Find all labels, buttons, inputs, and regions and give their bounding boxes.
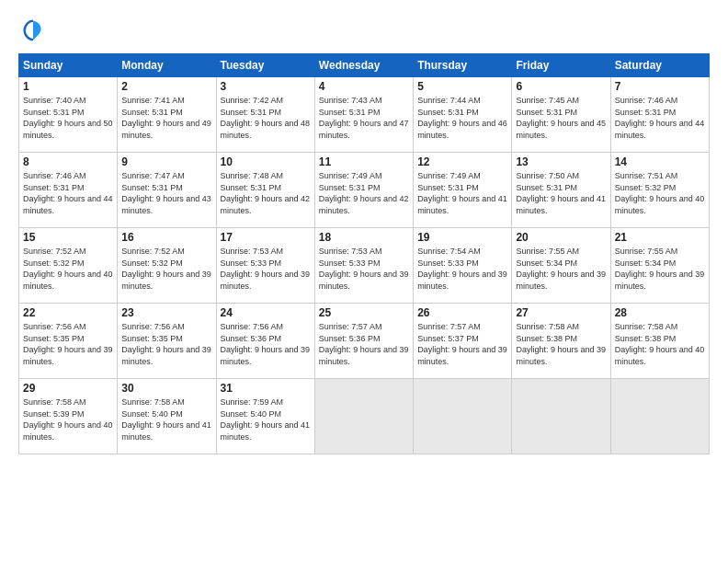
calendar-cell: 5Sunrise: 7:44 AMSunset: 5:31 PMDaylight… bbox=[414, 77, 512, 153]
sunrise-label: Sunrise: 7:53 AM bbox=[221, 247, 284, 256]
day-info: Sunrise: 7:45 AMSunset: 5:31 PMDaylight:… bbox=[516, 95, 606, 141]
calendar-cell: 28Sunrise: 7:58 AMSunset: 5:38 PMDayligh… bbox=[610, 304, 709, 379]
page-container: Sunday Monday Tuesday Wednesday Thursday… bbox=[0, 0, 728, 464]
sunrise-label: Sunrise: 7:44 AM bbox=[417, 96, 481, 105]
day-number: 21 bbox=[615, 231, 705, 244]
sunset-label: Sunset: 5:33 PM bbox=[417, 259, 479, 268]
calendar-cell: 9Sunrise: 7:47 AMSunset: 5:31 PMDaylight… bbox=[118, 153, 216, 228]
calendar-week-5: 29Sunrise: 7:58 AMSunset: 5:39 PMDayligh… bbox=[19, 379, 710, 454]
sunset-label: Sunset: 5:40 PM bbox=[221, 409, 282, 419]
calendar-cell: 8Sunrise: 7:46 AMSunset: 5:31 PMDaylight… bbox=[19, 153, 118, 228]
calendar-cell: 13Sunrise: 7:50 AMSunset: 5:31 PMDayligh… bbox=[512, 153, 610, 228]
sunset-label: Sunset: 5:31 PM bbox=[121, 183, 183, 192]
sunrise-label: Sunrise: 7:49 AM bbox=[417, 171, 481, 180]
calendar-cell: 17Sunrise: 7:53 AMSunset: 5:33 PMDayligh… bbox=[216, 228, 314, 304]
day-info: Sunrise: 7:48 AMSunset: 5:31 PMDaylight:… bbox=[221, 170, 311, 216]
day-number: 23 bbox=[121, 306, 211, 319]
col-saturday: Saturday bbox=[610, 54, 709, 77]
calendar-cell: 19Sunrise: 7:54 AMSunset: 5:33 PMDayligh… bbox=[414, 228, 512, 304]
sunset-label: Sunset: 5:32 PM bbox=[615, 183, 677, 192]
daylight-label: Daylight: 9 hours and 47 minutes. bbox=[319, 119, 409, 140]
day-info: Sunrise: 7:59 AMSunset: 5:40 PMDaylight:… bbox=[221, 396, 311, 442]
day-number: 18 bbox=[319, 231, 409, 244]
day-number: 6 bbox=[516, 80, 606, 93]
calendar-cell: 11Sunrise: 7:49 AMSunset: 5:31 PMDayligh… bbox=[314, 153, 413, 228]
day-number: 2 bbox=[121, 80, 211, 93]
sunset-label: Sunset: 5:38 PM bbox=[615, 334, 677, 343]
header-row: Sunday Monday Tuesday Wednesday Thursday… bbox=[19, 54, 710, 77]
day-number: 15 bbox=[23, 231, 113, 244]
daylight-label: Daylight: 9 hours and 42 minutes. bbox=[319, 194, 409, 215]
sunset-label: Sunset: 5:34 PM bbox=[615, 259, 677, 268]
day-info: Sunrise: 7:58 AMSunset: 5:40 PMDaylight:… bbox=[121, 396, 211, 442]
day-info: Sunrise: 7:52 AMSunset: 5:32 PMDaylight:… bbox=[23, 246, 113, 292]
sunset-label: Sunset: 5:35 PM bbox=[121, 334, 183, 343]
day-info: Sunrise: 7:46 AMSunset: 5:31 PMDaylight:… bbox=[615, 95, 705, 141]
sunrise-label: Sunrise: 7:55 AM bbox=[615, 247, 678, 256]
sunset-label: Sunset: 5:35 PM bbox=[23, 334, 85, 343]
sunrise-label: Sunrise: 7:40 AM bbox=[23, 96, 86, 105]
daylight-label: Daylight: 9 hours and 41 minutes. bbox=[221, 420, 311, 442]
col-monday: Monday bbox=[118, 54, 216, 77]
page-header bbox=[18, 17, 710, 42]
day-info: Sunrise: 7:49 AMSunset: 5:31 PMDaylight:… bbox=[319, 170, 409, 216]
daylight-label: Daylight: 9 hours and 48 minutes. bbox=[221, 119, 311, 140]
calendar-cell: 20Sunrise: 7:55 AMSunset: 5:34 PMDayligh… bbox=[512, 228, 610, 304]
sunrise-label: Sunrise: 7:52 AM bbox=[23, 247, 86, 256]
sunrise-label: Sunrise: 7:53 AM bbox=[319, 247, 382, 256]
daylight-label: Daylight: 9 hours and 39 minutes. bbox=[417, 345, 507, 366]
day-info: Sunrise: 7:52 AMSunset: 5:32 PMDaylight:… bbox=[121, 246, 211, 292]
calendar-cell: 22Sunrise: 7:56 AMSunset: 5:35 PMDayligh… bbox=[19, 304, 118, 379]
sunrise-label: Sunrise: 7:41 AM bbox=[121, 96, 185, 105]
day-info: Sunrise: 7:50 AMSunset: 5:31 PMDaylight:… bbox=[516, 170, 606, 216]
daylight-label: Daylight: 9 hours and 44 minutes. bbox=[23, 194, 113, 215]
sunset-label: Sunset: 5:32 PM bbox=[23, 259, 85, 268]
sunset-label: Sunset: 5:36 PM bbox=[319, 334, 381, 343]
calendar-cell: 6Sunrise: 7:45 AMSunset: 5:31 PMDaylight… bbox=[512, 77, 610, 153]
logo bbox=[18, 17, 46, 42]
calendar-cell bbox=[314, 379, 413, 454]
day-info: Sunrise: 7:41 AMSunset: 5:31 PMDaylight:… bbox=[121, 95, 211, 141]
day-number: 10 bbox=[221, 155, 311, 168]
sunrise-label: Sunrise: 7:59 AM bbox=[221, 397, 284, 407]
day-info: Sunrise: 7:42 AMSunset: 5:31 PMDaylight:… bbox=[221, 95, 311, 141]
sunrise-label: Sunrise: 7:58 AM bbox=[23, 397, 86, 407]
sunset-label: Sunset: 5:33 PM bbox=[221, 259, 282, 268]
calendar-cell: 3Sunrise: 7:42 AMSunset: 5:31 PMDaylight… bbox=[216, 77, 314, 153]
sunrise-label: Sunrise: 7:45 AM bbox=[516, 96, 579, 105]
day-info: Sunrise: 7:54 AMSunset: 5:33 PMDaylight:… bbox=[417, 246, 507, 292]
sunrise-label: Sunrise: 7:58 AM bbox=[615, 322, 678, 331]
calendar-cell: 23Sunrise: 7:56 AMSunset: 5:35 PMDayligh… bbox=[118, 304, 216, 379]
daylight-label: Daylight: 9 hours and 39 minutes. bbox=[319, 270, 409, 291]
day-number: 25 bbox=[319, 306, 409, 319]
calendar-cell: 14Sunrise: 7:51 AMSunset: 5:32 PMDayligh… bbox=[610, 153, 709, 228]
sunset-label: Sunset: 5:37 PM bbox=[417, 334, 479, 343]
sunrise-label: Sunrise: 7:56 AM bbox=[221, 322, 284, 331]
day-info: Sunrise: 7:57 AMSunset: 5:36 PMDaylight:… bbox=[319, 321, 409, 367]
sunrise-label: Sunrise: 7:54 AM bbox=[417, 247, 481, 256]
day-number: 11 bbox=[319, 155, 409, 168]
daylight-label: Daylight: 9 hours and 49 minutes. bbox=[121, 119, 211, 140]
daylight-label: Daylight: 9 hours and 40 minutes. bbox=[23, 420, 113, 442]
day-number: 24 bbox=[221, 306, 311, 319]
sunset-label: Sunset: 5:31 PM bbox=[121, 108, 183, 117]
sunrise-label: Sunrise: 7:47 AM bbox=[121, 171, 185, 180]
col-thursday: Thursday bbox=[414, 54, 512, 77]
sunrise-label: Sunrise: 7:57 AM bbox=[417, 322, 481, 331]
day-info: Sunrise: 7:55 AMSunset: 5:34 PMDaylight:… bbox=[615, 246, 705, 292]
daylight-label: Daylight: 9 hours and 39 minutes. bbox=[121, 270, 211, 291]
day-info: Sunrise: 7:56 AMSunset: 5:35 PMDaylight:… bbox=[23, 321, 113, 367]
day-number: 30 bbox=[121, 382, 211, 395]
calendar-week-4: 22Sunrise: 7:56 AMSunset: 5:35 PMDayligh… bbox=[19, 304, 710, 379]
daylight-label: Daylight: 9 hours and 41 minutes. bbox=[516, 194, 606, 215]
day-number: 28 bbox=[615, 306, 705, 319]
day-info: Sunrise: 7:58 AMSunset: 5:38 PMDaylight:… bbox=[615, 321, 705, 367]
sunrise-label: Sunrise: 7:58 AM bbox=[516, 322, 579, 331]
sunrise-label: Sunrise: 7:42 AM bbox=[221, 96, 284, 105]
calendar-cell: 7Sunrise: 7:46 AMSunset: 5:31 PMDaylight… bbox=[610, 77, 709, 153]
calendar-week-1: 1Sunrise: 7:40 AMSunset: 5:31 PMDaylight… bbox=[19, 77, 710, 153]
day-info: Sunrise: 7:56 AMSunset: 5:35 PMDaylight:… bbox=[121, 321, 211, 367]
day-number: 4 bbox=[319, 80, 409, 93]
daylight-label: Daylight: 9 hours and 41 minutes. bbox=[121, 420, 211, 442]
day-number: 17 bbox=[221, 231, 311, 244]
